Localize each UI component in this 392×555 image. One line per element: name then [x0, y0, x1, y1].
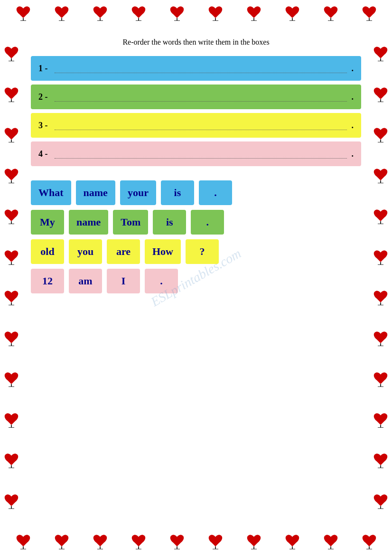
- heart-icon: [373, 207, 388, 226]
- answer-period-4: .: [352, 149, 354, 159]
- tile-12[interactable]: 12: [31, 269, 64, 293]
- heart-icon: [208, 4, 223, 23]
- heart-icon: [4, 492, 19, 511]
- heart-icon: [362, 4, 377, 23]
- answer-row-4: 4 - .: [31, 141, 361, 166]
- tile-period-3[interactable]: .: [145, 269, 178, 293]
- answer-num-3: 3 -: [38, 121, 48, 131]
- heart-icon: [131, 4, 146, 23]
- answer-line-2: [55, 92, 347, 102]
- heart-icon: [373, 248, 388, 267]
- heart-icon: [246, 4, 261, 23]
- heart-icon: [4, 288, 19, 307]
- heart-icon: [131, 532, 146, 551]
- tile-is-2[interactable]: is: [153, 210, 186, 235]
- answer-period-1: .: [352, 64, 354, 74]
- tile-row-4: 12 am I .: [31, 269, 361, 293]
- heart-icon: [93, 532, 108, 551]
- heart-icon: [373, 125, 388, 144]
- heart-icon: [373, 492, 388, 511]
- tile-period-1[interactable]: .: [199, 180, 232, 205]
- heart-icon: [323, 532, 338, 551]
- answer-num-1: 1 -: [38, 64, 48, 74]
- tile-is-1[interactable]: is: [161, 180, 194, 205]
- heart-icon: [323, 4, 338, 23]
- answer-line-4: [55, 149, 347, 159]
- tile-how[interactable]: How: [145, 239, 181, 264]
- tile-tom[interactable]: Tom: [113, 210, 148, 235]
- heart-icon: [373, 329, 388, 348]
- heart-icon: [373, 370, 388, 389]
- tile-name-2[interactable]: name: [69, 210, 108, 235]
- heart-icon: [4, 44, 19, 63]
- answer-num-2: 2 -: [38, 92, 48, 102]
- heart-icon: [246, 532, 261, 551]
- heart-icon: [4, 207, 19, 226]
- tile-row-1: What name your is .: [31, 180, 361, 205]
- word-tiles: What name your is . My name Tom is . old…: [31, 180, 361, 293]
- heart-icon: [16, 4, 31, 23]
- heart-icon: [373, 85, 388, 104]
- heart-icon: [169, 532, 185, 551]
- heart-icon: [4, 85, 19, 104]
- tile-you[interactable]: you: [69, 239, 102, 264]
- heart-icon: [373, 288, 388, 307]
- heart-icon: [4, 451, 19, 470]
- tile-my[interactable]: My: [31, 210, 64, 235]
- answer-line-3: [55, 121, 347, 130]
- tile-period-2[interactable]: .: [191, 210, 224, 235]
- answer-row-1: 1 - .: [31, 56, 361, 81]
- tile-your[interactable]: your: [120, 180, 156, 205]
- heart-icon: [373, 44, 388, 63]
- tile-question[interactable]: ?: [186, 239, 219, 264]
- tile-name-1[interactable]: name: [76, 180, 115, 205]
- tile-row-3: old you are How ?: [31, 239, 361, 264]
- tile-i[interactable]: I: [107, 269, 140, 293]
- answer-period-3: .: [352, 121, 354, 131]
- heart-icon: [4, 125, 19, 144]
- tile-what[interactable]: What: [31, 180, 71, 205]
- heart-icon: [4, 411, 19, 430]
- heart-icon: [208, 532, 223, 551]
- heart-icon: [54, 4, 69, 23]
- answer-row-3: 3 - .: [31, 113, 361, 138]
- heart-icon: [373, 451, 388, 470]
- main-content: Re-order the words then write them in th…: [31, 33, 361, 522]
- heart-icon: [54, 532, 69, 551]
- heart-icon: [362, 532, 377, 551]
- tile-are[interactable]: are: [107, 239, 140, 264]
- heart-icon: [285, 4, 300, 23]
- heart-icon: [93, 4, 108, 23]
- answer-line-1: [55, 64, 347, 73]
- heart-icon: [16, 532, 31, 551]
- hearts-left: [4, 33, 19, 522]
- heart-icon: [4, 166, 19, 185]
- heart-icon: [169, 4, 185, 23]
- heart-icon: [285, 532, 300, 551]
- answer-boxes: 1 - . 2 - . 3 - . 4 - .: [31, 56, 361, 166]
- heart-icon: [373, 166, 388, 185]
- hearts-right: [373, 33, 388, 522]
- heart-icon: [4, 248, 19, 267]
- heart-icon: [4, 329, 19, 348]
- answer-row-2: 2 - .: [31, 85, 361, 109]
- hearts-top: [4, 4, 388, 23]
- tile-row-2: My name Tom is .: [31, 210, 361, 235]
- answer-period-2: .: [352, 92, 354, 102]
- hearts-bottom: [4, 532, 388, 551]
- tile-am[interactable]: am: [69, 269, 102, 293]
- heart-icon: [373, 411, 388, 430]
- heart-icon: [4, 370, 19, 389]
- tile-old[interactable]: old: [31, 239, 64, 264]
- page-title: Re-order the words then write them in th…: [31, 38, 361, 47]
- answer-num-4: 4 -: [38, 149, 48, 159]
- page: ESLprintables.com: [0, 0, 392, 555]
